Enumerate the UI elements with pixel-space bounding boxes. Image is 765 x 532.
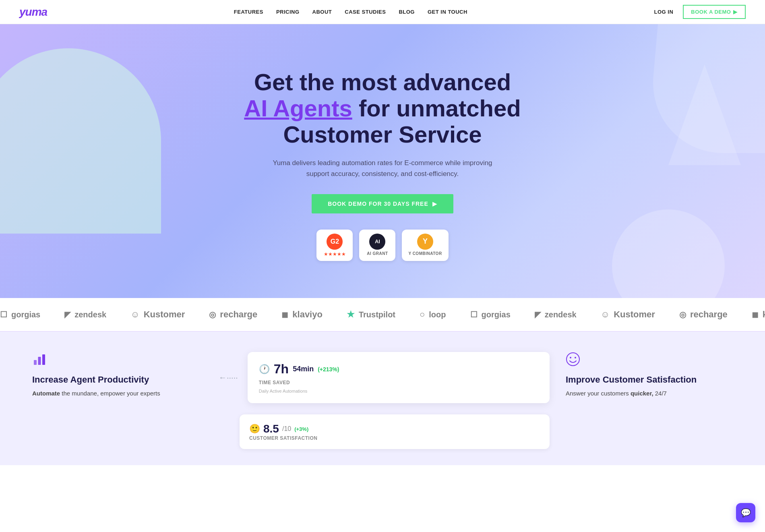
- yc-label: Y COMBINATOR: [408, 251, 442, 256]
- klaviyo-icon: ◼: [281, 310, 288, 319]
- productivity-column: Increase Agent Productivity Automate the…: [32, 352, 199, 398]
- gorgias-name-2: gorgias: [482, 310, 511, 319]
- hero-decoration-3: [612, 209, 725, 298]
- nav-links: FEATURES PRICING ABOUT CASE STUDIES BLOG…: [234, 9, 467, 15]
- badge-g2: G2 ★★★★★: [316, 230, 353, 261]
- hero-cta-arrow-icon: ▶: [432, 201, 437, 207]
- hero-title-line2: for unmatched: [359, 95, 521, 121]
- hero-subtitle: Yuma delivers leading automation rates f…: [270, 157, 495, 179]
- trustpilot-name: Trustpilot: [359, 310, 395, 319]
- recharge-name: recharge: [220, 309, 257, 320]
- hero-title-highlight: AI Agents: [244, 95, 352, 121]
- nav-right: LOG IN BOOK A DEMO ▶: [654, 5, 746, 19]
- nav-features[interactable]: FEATURES: [234, 9, 263, 15]
- clock-icon: 🕐: [259, 364, 270, 375]
- hero-cta-label: BOOK DEMO FOR 30 DAYS FREE: [328, 201, 428, 207]
- bottom-section: Increase Agent Productivity Automate the…: [0, 332, 765, 465]
- kustomer-icon-2: ☺: [601, 309, 610, 320]
- logo-zendesk-2: ◤ zendesk: [535, 310, 577, 319]
- zendesk-name-2: zendesk: [545, 310, 577, 319]
- hero-title-line3: Customer Service: [283, 121, 482, 147]
- time-saved-card: 🕐 7h 54min (+213%) Time Saved Daily Acti…: [248, 352, 550, 403]
- badge-ai-grant: AI AI GRANT: [359, 230, 395, 261]
- gorgias-icon-2: ☐: [470, 310, 478, 319]
- gorgias-icon: ☐: [0, 310, 7, 319]
- logo-recharge-2: ◎ recharge: [679, 309, 728, 320]
- logo-gorgias-2: ☐ gorgias: [470, 310, 511, 319]
- kustomer-icon: ☺: [130, 309, 139, 320]
- logo-klaviyo: ◼ klaviyo: [281, 309, 323, 320]
- hero-cta-button[interactable]: BOOK DEMO FOR 30 DAYS FREE ▶: [312, 194, 453, 213]
- g2-icon: G2: [327, 234, 343, 250]
- hero-content: Get the most advanced AI Agents for unma…: [244, 69, 521, 261]
- logo-loop: ○ loop: [420, 309, 446, 320]
- satisfaction-text-after: 24/7: [655, 390, 667, 397]
- hero-title: Get the most advanced AI Agents for unma…: [244, 69, 521, 148]
- login-link[interactable]: LOG IN: [654, 9, 674, 15]
- logo-kustomer: ☺ Kustomer: [130, 309, 185, 320]
- loop-icon: ○: [420, 309, 425, 320]
- nav-about[interactable]: ABOUT: [312, 9, 332, 15]
- zendesk-icon-2: ◤: [535, 310, 541, 319]
- svg-point-4: [570, 357, 571, 358]
- hero-title-line1: Get the most advanced: [254, 69, 511, 95]
- ai-grant-label: AI GRANT: [367, 251, 388, 256]
- book-demo-button[interactable]: BOOK A DEMO ▶: [683, 5, 746, 19]
- metric-section: ←····· 🕐 7h 54min (+213%) Time Saved Dai…: [215, 352, 550, 449]
- kustomer-name-2: Kustomer: [614, 309, 655, 320]
- logos-track: ☐ gorgias ◤ zendesk ☺ Kustomer ◎ recharg…: [0, 309, 765, 320]
- hours-value: 7h: [274, 362, 289, 377]
- productivity-text: Automate the mundane, empower your exper…: [32, 389, 199, 398]
- recharge-icon: ◎: [209, 310, 216, 319]
- recharge-icon-2: ◎: [679, 310, 686, 319]
- satisfaction-change: (+3%): [294, 426, 308, 432]
- svg-rect-0: [34, 360, 37, 365]
- logo-klaviyo-2: ◼ klaviyo: [752, 309, 765, 320]
- nav-get-in-touch[interactable]: GET IN TOUCH: [428, 9, 467, 15]
- satisfaction-text-before: Answer your customers: [566, 390, 629, 397]
- klaviyo-icon-2: ◼: [752, 310, 759, 319]
- svg-point-5: [575, 357, 576, 358]
- hero-decoration-1: [0, 48, 161, 234]
- satisfaction-col-icon: [566, 352, 733, 370]
- logo-zendesk: ◤ zendesk: [64, 310, 106, 319]
- klaviyo-name-2: klaviyo: [763, 309, 765, 320]
- logo-recharge: ◎ recharge: [209, 309, 257, 320]
- minutes-value: 54min: [293, 365, 314, 373]
- zendesk-name: zendesk: [74, 310, 106, 319]
- logo-trustpilot: ★ Trustpilot: [347, 309, 395, 320]
- left-arrow-icon: ←·····: [219, 373, 238, 382]
- satisfaction-column: Improve Customer Satisfaction Answer you…: [566, 352, 733, 398]
- smile-icon: 🙂: [249, 424, 260, 434]
- g2-stars: ★★★★★: [324, 251, 346, 257]
- hero-badges: G2 ★★★★★ AI AI GRANT Y Y COMBINATOR: [244, 230, 521, 261]
- zendesk-icon: ◤: [64, 310, 70, 319]
- ai-grant-icon: AI: [369, 234, 385, 250]
- satisfaction-col-title: Improve Customer Satisfaction: [566, 375, 733, 385]
- satisfaction-card: 🙂 8.5 /10 (+3%) Customer Satisfaction: [240, 414, 550, 449]
- productivity-text-bold: Automate: [32, 390, 60, 397]
- nav-blog[interactable]: BLOG: [399, 9, 415, 15]
- svg-point-3: [567, 353, 579, 366]
- book-demo-arrow-icon: ▶: [733, 9, 738, 15]
- time-label: Time Saved: [259, 380, 538, 385]
- svg-rect-1: [38, 357, 41, 365]
- logo[interactable]: yuma: [19, 6, 47, 19]
- nav-case-studies[interactable]: CASE STUDIES: [345, 9, 386, 15]
- productivity-title: Increase Agent Productivity: [32, 375, 199, 385]
- nav-pricing[interactable]: PRICING: [276, 9, 300, 15]
- loop-name: loop: [429, 310, 446, 319]
- productivity-text-normal: the mundane, empower your experts: [62, 390, 160, 397]
- time-change: (+213%): [318, 366, 339, 373]
- gorgias-name: gorgias: [11, 310, 40, 319]
- metric-subtitle: Daily Active Automations: [259, 389, 538, 393]
- logo-kustomer-2: ☺ Kustomer: [601, 309, 655, 320]
- satisfaction-text-bold: quicker,: [631, 390, 653, 397]
- trustpilot-star-icon: ★: [347, 309, 355, 320]
- yc-icon: Y: [417, 234, 433, 250]
- logos-ticker: ☐ gorgias ◤ zendesk ☺ Kustomer ◎ recharg…: [0, 298, 765, 332]
- kustomer-name: Kustomer: [144, 309, 185, 320]
- recharge-name-2: recharge: [690, 309, 728, 320]
- klaviyo-name: klaviyo: [292, 309, 323, 320]
- satisfaction-out-of: /10: [282, 425, 291, 433]
